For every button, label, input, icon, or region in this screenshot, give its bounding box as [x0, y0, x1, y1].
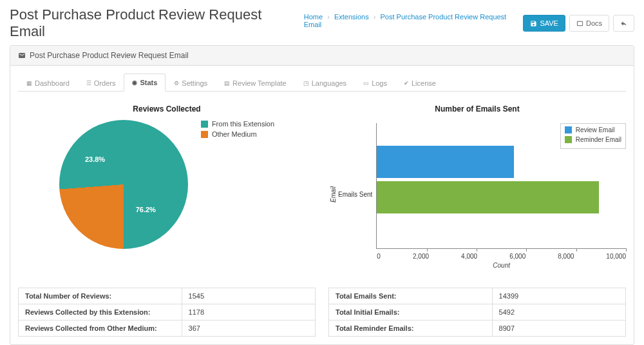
page-header: Post Purchase Product Review Request Ema… — [0, 0, 644, 45]
pie-legend: From this ExtensionOther Medium — [201, 120, 274, 141]
bar-chart-title: Number of Emails Sent — [328, 104, 626, 113]
stat-label: Total Number of Reviews: — [19, 288, 182, 304]
breadcrumb: Home › Extensions › Post Purchase Produc… — [304, 13, 524, 28]
stat-label: Total Reminder Emails: — [329, 320, 493, 337]
stat-label: Total Emails Sent: — [329, 288, 493, 304]
pie-chart: 23.8%76.2% — [59, 120, 188, 249]
tab-stats[interactable]: ◉Stats — [124, 74, 166, 92]
tab-logs[interactable]: ▭Logs — [355, 74, 395, 92]
stat-value: 5492 — [492, 304, 625, 320]
breadcrumb-home[interactable]: Home — [304, 13, 323, 21]
page-title: Post Purchase Product Review Request Ema… — [10, 6, 298, 40]
xtick-label: 10,000 — [606, 253, 626, 260]
table-row: Total Emails Sent:14399 — [329, 288, 626, 304]
bar-legend: Review EmailReminder Email — [560, 123, 626, 149]
reply-icon — [620, 20, 627, 27]
stat-value: 8907 — [492, 320, 625, 337]
stat-value: 1545 — [182, 288, 315, 304]
bar-chart-section: Number of Emails Sent Email Emails Sent … — [328, 104, 626, 268]
table-row: Total Number of Reviews:1545 — [19, 288, 316, 304]
save-icon — [530, 20, 537, 27]
tab-dashboard[interactable]: ▦Dashboard — [18, 74, 78, 92]
tab-license[interactable]: ✔License — [395, 74, 444, 92]
legend-item: Reminder Email — [565, 136, 621, 143]
back-button[interactable] — [613, 15, 634, 32]
stat-value: 1178 — [182, 304, 315, 320]
docs-button[interactable]: Docs — [569, 15, 609, 32]
xtick-label: 0 — [377, 253, 381, 260]
tab-languages[interactable]: ◳Languages — [295, 74, 355, 92]
pie-slice-label-other: 23.8% — [85, 155, 105, 163]
stat-value: 14399 — [492, 288, 625, 304]
stat-label: Reviews Collected from Other Medium: — [19, 320, 182, 337]
bar-xticks: 02,0004,0006,0008,00010,000 — [377, 253, 626, 260]
pie-chart-title: Reviews Collected — [18, 104, 316, 113]
panel-heading: Post Purchase Product Review Request Ema… — [10, 46, 634, 66]
pie-slice-label-extension: 76.2% — [136, 206, 156, 213]
xtick-label: 8,000 — [558, 253, 574, 260]
table-row: Reviews Collected by this Extension:1178 — [19, 304, 316, 320]
stat-value: 367 — [182, 320, 315, 337]
book-icon — [576, 20, 583, 27]
legend-item: From this Extension — [201, 120, 274, 128]
reviews-stats-table: Total Number of Reviews:1545Reviews Coll… — [18, 288, 316, 337]
xtick-label: 2,000 — [413, 253, 429, 260]
tab-settings[interactable]: ⚙Settings — [166, 74, 216, 92]
table-row: Total Reminder Emails:8907 — [329, 320, 626, 337]
envelope-icon — [18, 52, 26, 59]
main-panel: Post Purchase Product Review Request Ema… — [10, 45, 634, 345]
pie-chart-section: Reviews Collected 23.8%76.2% From this E… — [18, 104, 316, 268]
tab-review-template[interactable]: ▤Review Template — [216, 74, 295, 92]
bar-ycategory: Emails Sent — [338, 120, 376, 268]
bar-reminder-email — [377, 181, 598, 213]
table-row: Reviews Collected from Other Medium:367 — [19, 320, 316, 337]
breadcrumb-extensions[interactable]: Extensions — [334, 13, 369, 21]
xtick-label: 4,000 — [461, 253, 477, 260]
stat-label: Total Initial Emails: — [329, 304, 493, 320]
legend-item: Other Medium — [201, 130, 274, 138]
save-button[interactable]: SAVE — [523, 15, 565, 32]
table-row: Total Initial Emails:5492 — [329, 304, 626, 320]
legend-item: Review Email — [565, 126, 621, 133]
stat-label: Reviews Collected by this Extension: — [19, 304, 182, 320]
bar-plot-area: Review EmailReminder Email 02,0004,0006,… — [376, 123, 626, 249]
emails-stats-table: Total Emails Sent:14399Total Initial Ema… — [328, 288, 626, 337]
xtick-label: 6,000 — [509, 253, 526, 260]
bar-review-email — [377, 146, 513, 178]
bar-ylabel: Email — [328, 120, 338, 268]
tab-orders[interactable]: ☰Orders — [78, 74, 124, 92]
tabs-nav: ▦Dashboard☰Orders◉Stats⚙Settings▤Review … — [18, 74, 626, 92]
bar-xlabel: Count — [377, 262, 626, 269]
